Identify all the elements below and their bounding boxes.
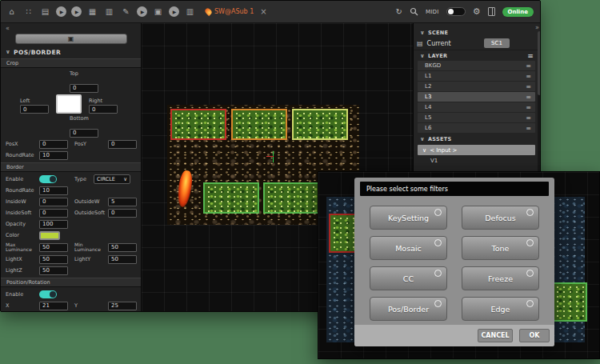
play-icon-3[interactable]: ▶ — [137, 6, 147, 17]
panel-display-button[interactable]: ▣ — [15, 34, 127, 44]
layer-thumbnail-red[interactable] — [170, 109, 226, 140]
y-label: Y — [74, 303, 108, 309]
layer-label: L1 — [425, 73, 431, 79]
drag-handle-icon[interactable]: ≡ — [526, 83, 531, 90]
posy-input[interactable] — [108, 140, 137, 149]
layer-row-l1[interactable]: L1≡ — [418, 71, 535, 81]
opacity-input[interactable] — [39, 220, 68, 229]
layer-row-l4[interactable]: L4≡ — [418, 102, 535, 112]
layer-section-header[interactable]: ∨ LAYER ≡ — [414, 50, 541, 61]
radio-circle-icon[interactable] — [434, 239, 442, 246]
maxlum-input[interactable] — [39, 243, 68, 252]
home-icon[interactable]: ⌂ — [6, 6, 18, 18]
strip-icon-2[interactable]: ▥ — [184, 6, 196, 18]
ok-button[interactable]: OK — [519, 329, 550, 342]
posrot-enable-toggle[interactable] — [39, 290, 57, 298]
tab-sw-asub1[interactable]: SW@ASub 1 × — [206, 8, 267, 16]
gear-icon[interactable]: ⚙ — [473, 6, 481, 17]
posx-input[interactable] — [39, 140, 68, 149]
drag-handle-icon[interactable]: ≡ — [526, 73, 531, 80]
filter-button-mosaic[interactable]: Mosaic — [370, 236, 447, 260]
radio-circle-icon[interactable] — [526, 270, 534, 277]
filter-button-tone[interactable]: Tone — [462, 236, 539, 260]
filter-button-edge[interactable]: Edge — [462, 297, 539, 321]
radio-circle-icon[interactable] — [434, 300, 442, 307]
search-icon[interactable] — [410, 7, 418, 16]
outsidew-input[interactable] — [108, 198, 137, 206]
insidew-input[interactable] — [39, 198, 68, 206]
play-icon-1[interactable]: ▶ — [56, 6, 66, 17]
tree-view-icon[interactable]: ∷ — [22, 6, 34, 18]
strip-icon[interactable]: ▥ — [103, 6, 115, 18]
scrollbar-thumb[interactable] — [538, 31, 541, 95]
monitor-grid-icon[interactable]: ▤ — [39, 6, 51, 18]
assets-section-header[interactable]: ∨ ASSETS — [414, 134, 541, 144]
border-type-select[interactable]: CIRCLE ∨ — [94, 174, 130, 184]
asset-item-v1[interactable]: V1 — [418, 156, 535, 166]
panel-layout-icon[interactable] — [488, 7, 495, 16]
crop-bottom-label: Bottom — [70, 115, 136, 122]
crop-left-input[interactable] — [20, 105, 49, 114]
w2-layer-thumbnail-green[interactable] — [552, 282, 587, 322]
filter-button-defocus[interactable]: Defocus — [462, 206, 539, 230]
drag-handle-icon[interactable]: ≡ — [526, 114, 531, 122]
crop-roundrate-input[interactable] — [39, 151, 68, 160]
radio-circle-icon[interactable] — [526, 209, 534, 216]
layer-thumbnail-green-1[interactable] — [203, 182, 259, 214]
play-icon-4[interactable]: ▶ — [169, 6, 179, 17]
radio-circle-icon[interactable] — [526, 239, 534, 246]
minlum-input[interactable] — [108, 243, 137, 252]
drag-handle-icon[interactable]: ≡ — [526, 94, 531, 101]
midi-toggle[interactable] — [446, 7, 466, 16]
brush-icon[interactable]: ✎ — [120, 6, 132, 18]
refresh-icon[interactable]: ↻ — [396, 7, 402, 16]
layer-row-bkgd[interactable]: BKGD≡ — [418, 61, 535, 70]
border-color-swatch[interactable] — [39, 231, 60, 240]
layer-row-l5[interactable]: L5≡ — [418, 113, 535, 122]
radio-circle-icon[interactable] — [526, 300, 534, 307]
pip-icon[interactable]: ▣ — [152, 6, 164, 18]
layer-row-l2[interactable]: L2≡ — [418, 82, 535, 91]
drag-handle-icon[interactable]: ≡ — [526, 125, 531, 132]
current-scene-row: ▤ Current SC1 — [414, 37, 541, 50]
lighty-input[interactable] — [108, 255, 137, 264]
crop-bottom-input[interactable] — [70, 129, 98, 138]
assets-input-group[interactable]: ∨ < Input > — [418, 145, 535, 155]
y-input[interactable] — [108, 302, 137, 310]
filter-button-keysetting[interactable]: KeySetting — [370, 206, 447, 230]
scene-title: SCENE — [428, 30, 448, 36]
cancel-button[interactable]: CANCEL — [478, 329, 513, 342]
layer-menu-icon[interactable]: ≡ — [527, 52, 534, 60]
scene-sc1-button[interactable]: SC1 — [484, 38, 510, 48]
x-input[interactable] — [39, 302, 68, 310]
play-icon-2[interactable]: ▶ — [71, 6, 82, 17]
filter-button-freeze[interactable]: Freeze — [462, 266, 539, 290]
layer-thumbnail-orange[interactable] — [231, 109, 287, 140]
crop-top-input[interactable] — [70, 84, 98, 93]
radio-circle-icon[interactable] — [434, 270, 442, 277]
layer-row-l6[interactable]: L6≡ — [418, 123, 535, 133]
panel-collapse-left-icon[interactable]: « — [6, 25, 136, 32]
scene-section-header[interactable]: ∨ SCENE — [414, 28, 541, 37]
border-roundrate-input[interactable] — [39, 186, 68, 195]
lightz-input[interactable] — [39, 266, 68, 275]
posborder-section-header[interactable]: ∨ POS/BORDER — [6, 48, 136, 56]
filter-button-posborder[interactable]: Pos/Border — [370, 297, 447, 321]
drag-handle-icon[interactable]: ≡ — [526, 104, 531, 111]
grid-icon[interactable]: ▦ — [86, 6, 98, 18]
outsidesoft-input[interactable] — [108, 209, 137, 218]
tab-label: SW@ASub 1 — [214, 8, 254, 15]
layer-label: BKGD — [425, 62, 441, 69]
desktop: ⌂ ∷ ▤ ▶ ▶ ▦ ▥ ✎ ▶ ▣ ▶ ▥ SW@ASub 1 × ↻ — [0, 0, 600, 364]
crop-right-input[interactable] — [89, 105, 118, 114]
tab-close-icon[interactable]: × — [260, 8, 266, 16]
filter-button-cc[interactable]: CC — [370, 266, 447, 290]
border-enable-toggle[interactable] — [39, 175, 57, 183]
drag-handle-icon[interactable]: ≡ — [526, 62, 531, 70]
insidesoft-input[interactable] — [39, 209, 68, 218]
layer-thumbnail-yellow[interactable] — [292, 109, 348, 140]
lightx-input[interactable] — [39, 255, 68, 264]
layer-row-l3[interactable]: L3≡ — [418, 92, 535, 102]
layer-thumbnail-green-2[interactable] — [263, 182, 319, 214]
radio-circle-icon[interactable] — [434, 209, 442, 216]
